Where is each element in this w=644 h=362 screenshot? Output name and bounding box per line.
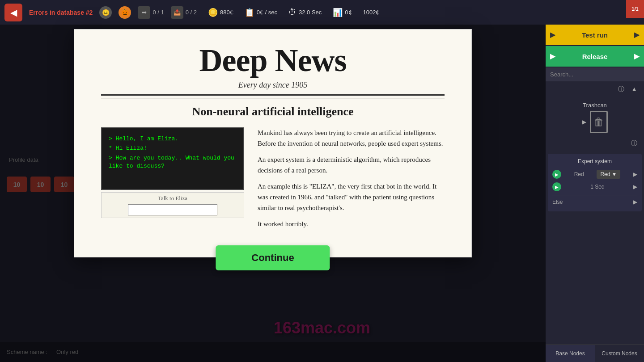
search-placeholder: Search... (550, 71, 573, 78)
stat2-display: 📊 0₵ (333, 8, 352, 17)
custom-nodes-tab[interactable]: Custom Nodes (595, 345, 644, 362)
es-arrow-2[interactable]: ▶ (633, 184, 637, 190)
es-play-btn-2[interactable]: ▶ (552, 182, 561, 191)
arrow-icon-release: ▶ (634, 52, 640, 60)
talk-section: Talk to Eliza (101, 192, 244, 218)
newspaper-para-2: An expert system is a deterministic algo… (258, 154, 445, 176)
trashcan-play[interactable]: ▶ (582, 119, 586, 125)
arrow-icon-test: ▶ (634, 31, 640, 39)
else-label: Else (552, 199, 563, 205)
top-bar: ◀ Errors in database #2 😐 🎃 ➡ 0 / 1 📤 0 … (0, 0, 644, 25)
talk-label: Talk to Eliza (104, 195, 242, 202)
counter-1: ➡ 0 / 1 (138, 6, 164, 19)
newspaper-para-1: Mankind has always been trying to create… (258, 127, 445, 149)
trashcan-icon[interactable]: 🗑 (590, 111, 608, 133)
newspaper-para-4: It worked horribly. (258, 219, 445, 229)
newspaper-subtitle: Every day since 1905 (101, 80, 445, 90)
rate-display: 📋 0₵ / sec (245, 8, 277, 17)
talk-input[interactable] (128, 204, 217, 215)
test-run-label: Test run (582, 31, 608, 39)
level-title: Errors in database #2 (29, 9, 93, 16)
time-label: 1 Sec (590, 184, 604, 190)
character-icon-1: 😐 (99, 6, 112, 19)
newspaper-modal: Deep News Every day since 1905 Non-neura… (74, 29, 472, 257)
release-label: Release (582, 53, 608, 60)
trashcan-section: Trashcan ▶ 🗑 (546, 97, 644, 138)
newspaper-headline: Non-neural artificial intelligence (101, 105, 445, 118)
search-box[interactable]: Search... (546, 67, 644, 81)
divider-1 (101, 94, 445, 96)
continue-button[interactable]: Continue (216, 245, 330, 270)
counter-2: 📤 0 / 2 (171, 6, 197, 19)
coins-display: 🪙 880₵ (208, 8, 233, 17)
es-play-btn-1[interactable]: ▶ (552, 170, 561, 179)
character-icon-2: 🎃 (119, 6, 131, 19)
play-icon-test: ▶ (550, 31, 555, 39)
terminal-line-2: * Hi Eliza! (109, 144, 237, 152)
modal-overlay: Deep News Every day since 1905 Non-neura… (0, 25, 546, 362)
sidebar-controls: ⓘ ▲ (546, 82, 644, 97)
back-button[interactable]: ◀ (4, 4, 22, 21)
newspaper-title: Deep News (101, 43, 445, 78)
terminal-line-1: > Hello, I am Eliza. (109, 135, 237, 143)
right-sidebar: ▶ Test run ▶ ▶ Release ▶ Search... ⓘ ▲ T… (546, 25, 644, 362)
play-icon-release: ▶ (550, 52, 555, 60)
trashcan-label: Trashcan (583, 102, 607, 109)
info-icon[interactable]: ⓘ (616, 84, 627, 94)
newspaper-content: > Hello, I am Eliza. * Hi Eliza! > How a… (101, 127, 445, 235)
base-nodes-tab[interactable]: Base Nodes (546, 345, 595, 362)
newspaper-para-3: An example this is "ELIZA", the very fir… (258, 181, 445, 213)
corner-display: 1/1 (626, 0, 644, 18)
es-arrow-1[interactable]: ▶ (633, 171, 637, 177)
red-label: Red (574, 171, 584, 177)
newspaper-right: Mankind has always been trying to create… (258, 127, 445, 235)
es-arrow-3[interactable]: ▶ (633, 199, 637, 205)
terminal-display: > Hello, I am Eliza. * Hi Eliza! > How a… (101, 127, 244, 190)
release-button[interactable]: ▶ Release ▶ (546, 46, 644, 67)
expert-system-section: Expert system ▶ Red Red▼ ▶ ▶ 1 Sec ▶ Els… (548, 154, 642, 211)
stat3-display: 1002₵ (363, 9, 380, 16)
test-run-button[interactable]: ▶ Test run ▶ (546, 25, 644, 45)
timer-display: ⏱ 32.0 Sec (288, 8, 322, 17)
newspaper-left: > Hello, I am Eliza. * Hi Eliza! > How a… (101, 127, 244, 235)
red-dropdown[interactable]: Red▼ (597, 170, 620, 179)
expert-system-row-1: ▶ Red Red▼ ▶ (552, 168, 637, 181)
expert-system-row-2: ▶ 1 Sec ▶ (552, 181, 637, 193)
arrow-up-icon[interactable]: ▲ (629, 84, 640, 94)
expert-system-row-3: Else ▶ (552, 197, 637, 207)
bottom-tabs: Base Nodes Custom Nodes (546, 345, 644, 362)
terminal-line-3: > How are you today.. What would you lik… (109, 154, 237, 170)
info-icon-2[interactable]: ⓘ (629, 139, 640, 148)
divider-2 (101, 98, 445, 98)
expert-system-label: Expert system (552, 158, 637, 164)
